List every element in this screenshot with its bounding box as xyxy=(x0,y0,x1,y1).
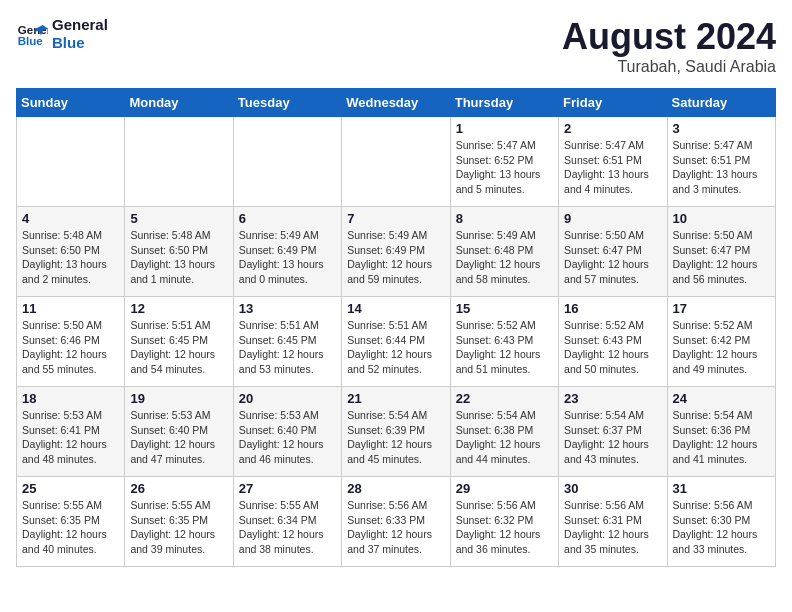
day-info: Sunrise: 5:47 AM Sunset: 6:51 PM Dayligh… xyxy=(673,138,770,197)
calendar-cell: 19Sunrise: 5:53 AM Sunset: 6:40 PM Dayli… xyxy=(125,387,233,477)
calendar-cell: 2Sunrise: 5:47 AM Sunset: 6:51 PM Daylig… xyxy=(559,117,667,207)
calendar-cell: 20Sunrise: 5:53 AM Sunset: 6:40 PM Dayli… xyxy=(233,387,341,477)
calendar-cell xyxy=(233,117,341,207)
column-header-tuesday: Tuesday xyxy=(233,89,341,117)
day-number: 6 xyxy=(239,211,336,226)
day-info: Sunrise: 5:52 AM Sunset: 6:43 PM Dayligh… xyxy=(456,318,553,377)
day-number: 26 xyxy=(130,481,227,496)
day-number: 16 xyxy=(564,301,661,316)
main-title: August 2024 xyxy=(562,16,776,58)
calendar-week-2: 4Sunrise: 5:48 AM Sunset: 6:50 PM Daylig… xyxy=(17,207,776,297)
day-info: Sunrise: 5:56 AM Sunset: 6:30 PM Dayligh… xyxy=(673,498,770,557)
logo-icon: General Blue xyxy=(16,18,48,50)
day-number: 24 xyxy=(673,391,770,406)
calendar-cell: 6Sunrise: 5:49 AM Sunset: 6:49 PM Daylig… xyxy=(233,207,341,297)
calendar-cell: 24Sunrise: 5:54 AM Sunset: 6:36 PM Dayli… xyxy=(667,387,775,477)
day-info: Sunrise: 5:54 AM Sunset: 6:38 PM Dayligh… xyxy=(456,408,553,467)
day-number: 14 xyxy=(347,301,444,316)
calendar-cell: 17Sunrise: 5:52 AM Sunset: 6:42 PM Dayli… xyxy=(667,297,775,387)
day-info: Sunrise: 5:51 AM Sunset: 6:45 PM Dayligh… xyxy=(239,318,336,377)
calendar-cell: 29Sunrise: 5:56 AM Sunset: 6:32 PM Dayli… xyxy=(450,477,558,567)
calendar-cell: 14Sunrise: 5:51 AM Sunset: 6:44 PM Dayli… xyxy=(342,297,450,387)
day-number: 1 xyxy=(456,121,553,136)
logo-general: General xyxy=(52,16,108,34)
calendar-week-3: 11Sunrise: 5:50 AM Sunset: 6:46 PM Dayli… xyxy=(17,297,776,387)
calendar-cell: 25Sunrise: 5:55 AM Sunset: 6:35 PM Dayli… xyxy=(17,477,125,567)
day-info: Sunrise: 5:50 AM Sunset: 6:47 PM Dayligh… xyxy=(673,228,770,287)
day-number: 9 xyxy=(564,211,661,226)
calendar-week-5: 25Sunrise: 5:55 AM Sunset: 6:35 PM Dayli… xyxy=(17,477,776,567)
page-header: General Blue General Blue August 2024 Tu… xyxy=(16,16,776,76)
day-number: 30 xyxy=(564,481,661,496)
day-info: Sunrise: 5:55 AM Sunset: 6:35 PM Dayligh… xyxy=(22,498,119,557)
calendar-cell: 9Sunrise: 5:50 AM Sunset: 6:47 PM Daylig… xyxy=(559,207,667,297)
calendar-cell: 18Sunrise: 5:53 AM Sunset: 6:41 PM Dayli… xyxy=(17,387,125,477)
day-info: Sunrise: 5:49 AM Sunset: 6:49 PM Dayligh… xyxy=(347,228,444,287)
column-header-sunday: Sunday xyxy=(17,89,125,117)
day-number: 13 xyxy=(239,301,336,316)
title-block: August 2024 Turabah, Saudi Arabia xyxy=(562,16,776,76)
calendar-cell: 13Sunrise: 5:51 AM Sunset: 6:45 PM Dayli… xyxy=(233,297,341,387)
calendar-cell: 21Sunrise: 5:54 AM Sunset: 6:39 PM Dayli… xyxy=(342,387,450,477)
day-number: 31 xyxy=(673,481,770,496)
day-number: 20 xyxy=(239,391,336,406)
calendar-cell: 12Sunrise: 5:51 AM Sunset: 6:45 PM Dayli… xyxy=(125,297,233,387)
day-info: Sunrise: 5:52 AM Sunset: 6:43 PM Dayligh… xyxy=(564,318,661,377)
column-header-monday: Monday xyxy=(125,89,233,117)
day-number: 25 xyxy=(22,481,119,496)
column-header-saturday: Saturday xyxy=(667,89,775,117)
calendar-cell: 11Sunrise: 5:50 AM Sunset: 6:46 PM Dayli… xyxy=(17,297,125,387)
day-info: Sunrise: 5:47 AM Sunset: 6:51 PM Dayligh… xyxy=(564,138,661,197)
day-info: Sunrise: 5:54 AM Sunset: 6:37 PM Dayligh… xyxy=(564,408,661,467)
day-info: Sunrise: 5:51 AM Sunset: 6:44 PM Dayligh… xyxy=(347,318,444,377)
day-number: 10 xyxy=(673,211,770,226)
calendar-header: SundayMondayTuesdayWednesdayThursdayFrid… xyxy=(17,89,776,117)
day-info: Sunrise: 5:53 AM Sunset: 6:41 PM Dayligh… xyxy=(22,408,119,467)
day-info: Sunrise: 5:48 AM Sunset: 6:50 PM Dayligh… xyxy=(130,228,227,287)
day-number: 8 xyxy=(456,211,553,226)
day-info: Sunrise: 5:54 AM Sunset: 6:36 PM Dayligh… xyxy=(673,408,770,467)
calendar-cell: 10Sunrise: 5:50 AM Sunset: 6:47 PM Dayli… xyxy=(667,207,775,297)
calendar-cell: 1Sunrise: 5:47 AM Sunset: 6:52 PM Daylig… xyxy=(450,117,558,207)
day-info: Sunrise: 5:47 AM Sunset: 6:52 PM Dayligh… xyxy=(456,138,553,197)
day-number: 17 xyxy=(673,301,770,316)
column-header-thursday: Thursday xyxy=(450,89,558,117)
day-number: 29 xyxy=(456,481,553,496)
calendar-week-4: 18Sunrise: 5:53 AM Sunset: 6:41 PM Dayli… xyxy=(17,387,776,477)
day-number: 5 xyxy=(130,211,227,226)
day-info: Sunrise: 5:56 AM Sunset: 6:32 PM Dayligh… xyxy=(456,498,553,557)
header-row: SundayMondayTuesdayWednesdayThursdayFrid… xyxy=(17,89,776,117)
calendar-table: SundayMondayTuesdayWednesdayThursdayFrid… xyxy=(16,88,776,567)
subtitle: Turabah, Saudi Arabia xyxy=(562,58,776,76)
day-number: 12 xyxy=(130,301,227,316)
calendar-cell: 23Sunrise: 5:54 AM Sunset: 6:37 PM Dayli… xyxy=(559,387,667,477)
calendar-cell: 4Sunrise: 5:48 AM Sunset: 6:50 PM Daylig… xyxy=(17,207,125,297)
calendar-cell: 30Sunrise: 5:56 AM Sunset: 6:31 PM Dayli… xyxy=(559,477,667,567)
day-number: 21 xyxy=(347,391,444,406)
day-number: 22 xyxy=(456,391,553,406)
day-number: 15 xyxy=(456,301,553,316)
day-info: Sunrise: 5:53 AM Sunset: 6:40 PM Dayligh… xyxy=(130,408,227,467)
day-number: 18 xyxy=(22,391,119,406)
logo: General Blue General Blue xyxy=(16,16,108,52)
day-info: Sunrise: 5:49 AM Sunset: 6:49 PM Dayligh… xyxy=(239,228,336,287)
day-info: Sunrise: 5:48 AM Sunset: 6:50 PM Dayligh… xyxy=(22,228,119,287)
calendar-cell: 26Sunrise: 5:55 AM Sunset: 6:35 PM Dayli… xyxy=(125,477,233,567)
calendar-cell: 15Sunrise: 5:52 AM Sunset: 6:43 PM Dayli… xyxy=(450,297,558,387)
calendar-cell xyxy=(125,117,233,207)
column-header-friday: Friday xyxy=(559,89,667,117)
column-header-wednesday: Wednesday xyxy=(342,89,450,117)
day-info: Sunrise: 5:50 AM Sunset: 6:46 PM Dayligh… xyxy=(22,318,119,377)
logo-blue: Blue xyxy=(52,34,108,52)
calendar-cell: 28Sunrise: 5:56 AM Sunset: 6:33 PM Dayli… xyxy=(342,477,450,567)
day-number: 23 xyxy=(564,391,661,406)
day-info: Sunrise: 5:52 AM Sunset: 6:42 PM Dayligh… xyxy=(673,318,770,377)
day-info: Sunrise: 5:49 AM Sunset: 6:48 PM Dayligh… xyxy=(456,228,553,287)
calendar-cell: 8Sunrise: 5:49 AM Sunset: 6:48 PM Daylig… xyxy=(450,207,558,297)
calendar-cell: 3Sunrise: 5:47 AM Sunset: 6:51 PM Daylig… xyxy=(667,117,775,207)
day-info: Sunrise: 5:50 AM Sunset: 6:47 PM Dayligh… xyxy=(564,228,661,287)
calendar-cell xyxy=(17,117,125,207)
day-info: Sunrise: 5:51 AM Sunset: 6:45 PM Dayligh… xyxy=(130,318,227,377)
day-info: Sunrise: 5:55 AM Sunset: 6:35 PM Dayligh… xyxy=(130,498,227,557)
calendar-week-1: 1Sunrise: 5:47 AM Sunset: 6:52 PM Daylig… xyxy=(17,117,776,207)
